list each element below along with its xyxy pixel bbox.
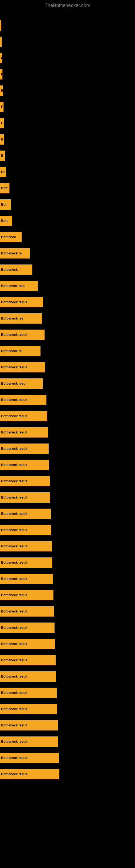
bar-row: Bottleneck result bbox=[0, 718, 135, 733]
bar-label: Bottleneck res bbox=[1, 316, 24, 320]
bar-item: Bottleneck result bbox=[0, 753, 59, 763]
bar-label: Bottleneck result bbox=[1, 772, 27, 776]
bar-row: Bottleneck re bbox=[0, 246, 135, 261]
bar-item: Bo bbox=[0, 167, 6, 177]
bar-item: Bottleneck result bbox=[0, 639, 55, 649]
bar-item: Bottleneck result bbox=[0, 606, 54, 617]
bar-label: Bott bbox=[1, 219, 8, 223]
bar-label: Bo bbox=[1, 170, 5, 174]
bar-row: Bott bbox=[0, 213, 135, 228]
bar-item: Bottleneck re bbox=[0, 346, 41, 356]
bar-label: Bottleneck result bbox=[1, 642, 27, 646]
bar-label: Bottlenec bbox=[1, 235, 16, 239]
bar-row: Bottleneck re bbox=[0, 343, 135, 358]
bar-label: Bottleneck result bbox=[1, 496, 27, 499]
bar-item: Bottleneck result bbox=[0, 541, 52, 552]
bar-label: B bbox=[1, 89, 3, 93]
bar-item: Bottleneck result bbox=[0, 330, 45, 340]
bar-label: Bottleneck result bbox=[1, 528, 27, 532]
bar-item: Bottleneck result bbox=[0, 508, 51, 519]
bar-item: B bbox=[0, 151, 5, 161]
bar-row: Bottleneck result bbox=[0, 571, 135, 586]
bar-item: B bbox=[0, 134, 4, 145]
bar-label: Bottleneck result bbox=[1, 561, 27, 564]
bar-item: Bottleneck result bbox=[0, 427, 48, 437]
bar-label: F bbox=[1, 121, 3, 125]
bar-row: B bbox=[0, 148, 135, 163]
bar-item: Bottleneck resu bbox=[0, 281, 38, 291]
bar-label: Bottleneck result bbox=[1, 740, 27, 744]
bar-label: Bottleneck result bbox=[1, 691, 27, 695]
bar-row: Bottleneck result bbox=[0, 457, 135, 472]
bar-row: Bottleneck result bbox=[0, 441, 135, 456]
bar-row: Bottleneck result bbox=[0, 653, 135, 668]
bar-label: Bottleneck re bbox=[1, 251, 21, 255]
bar-item: Bottleneck result bbox=[0, 769, 59, 779]
bar-item: Bott bbox=[0, 183, 9, 193]
bar-item bbox=[0, 37, 2, 47]
bar-item: Bottleneck result bbox=[0, 574, 53, 584]
bar-item: Bottleneck res bbox=[0, 313, 42, 323]
bar-row: F bbox=[0, 51, 135, 65]
bar-label: Bottleneck result bbox=[1, 365, 27, 369]
bar-row: Bottleneck result bbox=[0, 669, 135, 684]
bar-label: Bottleneck result bbox=[1, 545, 27, 548]
bar-label: Bottleneck result bbox=[1, 675, 27, 678]
bar-row: Bottleneck result bbox=[0, 734, 135, 749]
bar-label: Bott bbox=[1, 186, 8, 190]
bar-label: Bottleneck result bbox=[1, 300, 27, 304]
bar-item: Bottlenec bbox=[0, 232, 21, 242]
bar-label: Bottleneck result bbox=[1, 577, 27, 581]
bar-row: Bottleneck result bbox=[0, 506, 135, 521]
bar-label: F bbox=[1, 56, 2, 60]
bar-item: Bot bbox=[0, 199, 11, 210]
bar-label: B bbox=[1, 154, 3, 158]
bar-label: Bottleneck result bbox=[1, 723, 27, 727]
bar-row: Bottleneck result bbox=[0, 408, 135, 424]
bar-row: B bbox=[0, 83, 135, 98]
bar-label: Bottleneck result bbox=[1, 512, 27, 516]
bar-item: Bottleneck result bbox=[0, 655, 56, 665]
bars-container: FFBFFBBBoBottBotBottBottlenecBottleneck … bbox=[0, 10, 135, 783]
bar-label: Bottleneck result bbox=[1, 463, 27, 467]
bar-label: Bottleneck result bbox=[1, 333, 27, 337]
bar-row: Bottleneck result bbox=[0, 604, 135, 619]
bar-item: Bottleneck result bbox=[0, 362, 45, 372]
bar-row: Bo bbox=[0, 164, 135, 179]
bar-label: Bottleneck result bbox=[1, 707, 27, 711]
bar-row: Bottleneck result bbox=[0, 685, 135, 700]
bar-item: Bottleneck result bbox=[0, 590, 53, 600]
bar-item: F bbox=[0, 102, 3, 112]
bar-label: Bottleneck result bbox=[1, 610, 27, 613]
bar-item: Bottleneck bbox=[0, 265, 32, 275]
bar-row: Bottleneck result bbox=[0, 360, 135, 375]
bar-item: Bottleneck result bbox=[0, 720, 58, 731]
bar-row: Bottleneck result bbox=[0, 474, 135, 489]
bar-row: Bottleneck result bbox=[0, 555, 135, 570]
bar-item: Bottleneck result bbox=[0, 476, 50, 486]
bar-row: B bbox=[0, 132, 135, 147]
site-title: TheBottlenecker.com bbox=[0, 0, 135, 10]
bar-label: Bottleneck result bbox=[1, 479, 27, 483]
bar-row: Bottleneck result bbox=[0, 620, 135, 635]
bar-item: Bottleneck result bbox=[0, 460, 49, 470]
bar-row: Bottleneck result bbox=[0, 702, 135, 716]
bar-row: Bottleneck resu bbox=[0, 278, 135, 293]
bar-row: Bottlenec bbox=[0, 229, 135, 244]
bar-item: Bottleneck result bbox=[0, 297, 43, 307]
bar-item: Bottleneck result bbox=[0, 622, 54, 633]
bar-label: Bottleneck bbox=[1, 268, 17, 272]
bar-row bbox=[0, 18, 135, 33]
bar-item: Bottleneck result bbox=[0, 443, 49, 454]
bar-label: Bottleneck resu bbox=[1, 382, 26, 385]
bar-row bbox=[0, 34, 135, 49]
bar-label: Bottleneck result bbox=[1, 593, 27, 597]
bar-label: Bottleneck result bbox=[1, 398, 27, 402]
bar-item: Bottleneck resu bbox=[0, 378, 43, 389]
bar-label: Bottleneck re bbox=[1, 349, 21, 353]
bar-label: F bbox=[1, 72, 2, 76]
bar-row: Bottleneck result bbox=[0, 637, 135, 651]
bar-label: Bottleneck resu bbox=[1, 284, 26, 288]
bar-row: Bottleneck result bbox=[0, 767, 135, 781]
bar-item: F bbox=[0, 69, 2, 80]
